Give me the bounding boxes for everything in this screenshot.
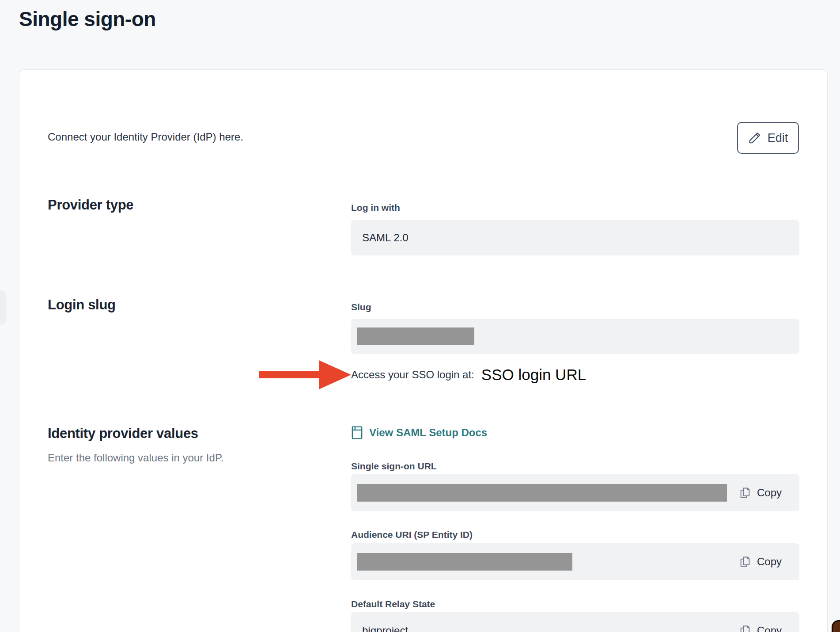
copy-button-label: Copy: [757, 487, 782, 499]
default-relay-state-label: Default Relay State: [351, 598, 799, 610]
pencil-icon: [748, 131, 761, 145]
copy-icon: [739, 555, 751, 568]
sso-url-redacted-value: [357, 484, 727, 502]
copy-sso-url-button[interactable]: Copy: [739, 486, 782, 499]
login-slug-fields: Slug: [351, 301, 799, 354]
idp-values-heading: Identity provider values: [48, 426, 223, 442]
edit-button-label: Edit: [768, 131, 788, 145]
copy-button-label: Copy: [757, 624, 782, 632]
sso-url-label: Single sign-on URL: [351, 461, 799, 472]
default-relay-state-value: bigproject: [362, 624, 408, 632]
sso-settings-card: Connect your Identity Provider (IdP) her…: [19, 69, 828, 632]
red-arrow-annotation-icon: [259, 359, 352, 392]
copy-icon: [739, 486, 751, 499]
sso-url-field: Copy: [351, 474, 799, 511]
sso-login-access-row: Access your SSO login at: SSO login URL: [351, 362, 586, 388]
copy-button-label: Copy: [757, 556, 782, 568]
audience-uri-field: Copy: [351, 543, 799, 580]
sso-login-url-annotation: SSO login URL: [481, 366, 586, 384]
login-slug-heading: Login slug: [48, 297, 116, 313]
login-with-label: Log in with: [351, 202, 799, 213]
copy-audience-uri-button[interactable]: Copy: [739, 555, 782, 568]
view-saml-docs-label: View SAML Setup Docs: [369, 426, 487, 439]
audience-uri-redacted-value: [357, 553, 572, 571]
audience-uri-label: Audience URI (SP Entity ID): [351, 529, 799, 541]
idp-values-header: Identity provider values Enter the follo…: [48, 426, 223, 464]
slug-label: Slug: [351, 301, 799, 313]
idp-values-fields: View SAML Setup Docs Single sign-on URL …: [351, 426, 799, 632]
copy-relay-state-button[interactable]: Copy: [739, 624, 782, 632]
slug-redacted-value: [357, 327, 474, 345]
intro-text: Connect your Identity Provider (IdP) her…: [48, 131, 243, 143]
login-with-value: SAML 2.0: [362, 232, 409, 244]
provider-type-fields: Log in with SAML 2.0: [351, 202, 799, 255]
idp-values-subheading: Enter the following values in your IdP.: [48, 452, 223, 464]
login-with-field: SAML 2.0: [351, 220, 799, 255]
copy-icon: [739, 624, 751, 632]
slug-field: [351, 319, 799, 354]
view-saml-docs-link[interactable]: View SAML Setup Docs: [351, 426, 487, 440]
default-relay-state-field: bigproject Copy: [351, 612, 799, 632]
access-login-text: Access your SSO login at:: [351, 369, 474, 381]
drawer-handle: [0, 290, 6, 324]
document-icon: [351, 426, 363, 440]
corner-overlay-fragment: [832, 620, 840, 632]
edit-button[interactable]: Edit: [737, 122, 799, 154]
page-title: Single sign-on: [19, 7, 156, 31]
provider-type-heading: Provider type: [48, 197, 133, 213]
